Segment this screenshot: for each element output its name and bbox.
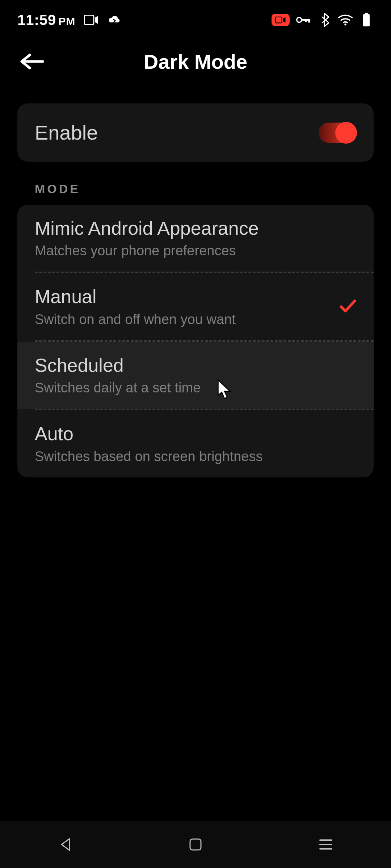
enable-label: Enable	[35, 121, 98, 144]
enable-toggle[interactable]	[319, 123, 356, 143]
back-button[interactable]	[17, 47, 46, 76]
mode-subtitle: Switches daily at a set time	[35, 380, 356, 396]
vpn-key-icon	[296, 13, 311, 27]
svg-rect-1	[276, 17, 282, 23]
screen-record-icon	[84, 13, 98, 27]
mode-option-manual[interactable]: Manual Switch on and off when you want	[17, 273, 374, 340]
header: Dark Mode	[0, 40, 391, 83]
status-clock: 11:59	[17, 12, 56, 28]
mode-subtitle: Matches your phone preferences	[35, 243, 356, 259]
svg-rect-5	[305, 19, 307, 22]
nav-recents-button[interactable]	[290, 830, 362, 859]
cloud-sync-icon	[107, 13, 122, 27]
mode-title: Manual	[35, 285, 356, 308]
mode-option-mimic[interactable]: Mimic Android Appearance Matches your ph…	[17, 205, 374, 272]
bluetooth-icon	[317, 13, 332, 27]
nav-back-button[interactable]	[29, 830, 101, 859]
mode-title: Auto	[35, 422, 356, 445]
status-time: 11:59PM	[17, 12, 75, 28]
status-right	[272, 13, 374, 27]
svg-point-2	[297, 17, 302, 22]
mode-subtitle: Switch on and off when you want	[35, 312, 356, 327]
screen-recording-indicator-icon	[272, 14, 290, 26]
nav-home-button[interactable]	[159, 830, 232, 859]
checkmark-icon	[339, 299, 356, 315]
mode-subtitle: Switches based on screen brightness	[35, 449, 356, 464]
battery-icon	[359, 13, 374, 27]
mode-title: Scheduled	[35, 354, 356, 376]
mode-option-scheduled[interactable]: Scheduled Switches daily at a set time	[17, 342, 374, 409]
status-bar: 11:59PM	[0, 0, 391, 40]
content: Enable MODE Mimic Android Appearance Mat…	[0, 83, 391, 477]
enable-card: Enable	[17, 103, 374, 162]
android-nav-bar	[0, 821, 391, 868]
svg-rect-9	[190, 839, 201, 850]
toggle-knob	[335, 122, 357, 144]
svg-rect-4	[308, 19, 310, 23]
arrow-left-icon	[19, 53, 45, 70]
wifi-icon	[338, 13, 353, 27]
svg-point-6	[344, 24, 346, 25]
status-ampm: PM	[58, 15, 75, 27]
svg-rect-7	[363, 14, 370, 26]
mode-option-auto[interactable]: Auto Switches based on screen brightness	[17, 410, 374, 477]
svg-rect-8	[365, 13, 368, 14]
mode-card: Mimic Android Appearance Matches your ph…	[17, 205, 374, 477]
mode-title: Mimic Android Appearance	[35, 217, 356, 239]
svg-rect-0	[84, 15, 94, 25]
page-title: Dark Mode	[144, 50, 247, 73]
status-left: 11:59PM	[17, 12, 122, 28]
mode-section-header: MODE	[35, 182, 374, 196]
enable-row[interactable]: Enable	[17, 103, 374, 162]
